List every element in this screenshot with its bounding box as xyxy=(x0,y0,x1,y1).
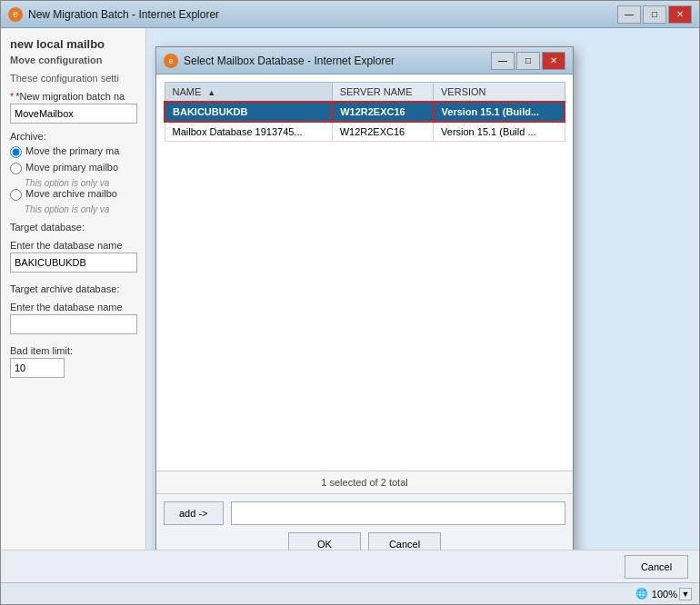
row2-name: Mailbox Database 1913745... xyxy=(165,122,332,142)
modal-title-bar: e Select Mailbox Database - Internet Exp… xyxy=(156,47,573,74)
target-archive-input[interactable] xyxy=(10,314,137,334)
radio-primary-mailbox-label: Move primary mailbo xyxy=(25,162,118,173)
modal-controls: ― □ ✕ xyxy=(491,52,565,70)
target-archive-label: Target archive database: xyxy=(10,283,136,294)
modal-maximize-button[interactable]: □ xyxy=(516,52,540,70)
main-title-bar: e New Migration Batch - Internet Explore… xyxy=(1,1,699,28)
config-text: These configuration setti xyxy=(10,73,136,84)
main-cancel-button[interactable]: Cancel xyxy=(625,555,688,579)
modal-body: NAME ▲ SERVER NAME VERSION xyxy=(156,74,573,493)
status-bar: 1 selected of 2 total xyxy=(156,471,573,493)
target-db-hint: Enter the database name xyxy=(10,240,136,251)
table-row[interactable]: Mailbox Database 1913745... W12R2EXC16 V… xyxy=(165,122,565,142)
globe-icon: 🌐 xyxy=(635,588,648,600)
radio-option-2: Move primary mailbo xyxy=(10,162,136,174)
add-button[interactable]: add -> xyxy=(164,501,224,525)
modal-footer: add -> OK Cancel xyxy=(156,493,573,550)
radio-primary[interactable] xyxy=(10,146,22,158)
table-container: NAME ▲ SERVER NAME VERSION xyxy=(164,82,565,463)
right-panel: bakicubuk e Select Mailbox Database - In… xyxy=(146,28,699,550)
modal-close-button[interactable]: ✕ xyxy=(542,52,565,70)
col-server-label: SERVER NAME xyxy=(340,86,413,97)
row1-version: Version 15.1 (Build... xyxy=(434,102,565,122)
archive-label: Archive: xyxy=(10,131,136,142)
modal-ie-icon: e xyxy=(164,54,178,68)
target-archive-hint: Enter the database name xyxy=(10,302,136,312)
table-row[interactable]: BAKICUBUKDB W12R2EXC16 Version 15.1 (Bui… xyxy=(165,102,565,122)
col-name-label: NAME xyxy=(173,86,202,97)
row2-server: W12R2EXC16 xyxy=(332,122,433,142)
main-content: new local mailbo Move configuration Thes… xyxy=(1,28,699,550)
modal-title: Select Mailbox Database - Internet Explo… xyxy=(184,55,395,67)
sort-arrow-icon: ▲ xyxy=(207,88,215,97)
target-db-label: Target database: xyxy=(10,222,136,233)
browser-status-bar: 🌐 100% ▼ xyxy=(1,582,699,604)
ie-icon: e xyxy=(8,7,23,22)
ok-button[interactable]: OK xyxy=(288,532,361,550)
title-bar-left: e New Migration Batch - Internet Explore… xyxy=(8,7,219,22)
modal-title-left: e Select Mailbox Database - Internet Exp… xyxy=(164,54,395,68)
main-window: e New Migration Batch - Internet Explore… xyxy=(0,0,700,605)
radio-archive-label: Move archive mailbo xyxy=(25,188,117,199)
title-bar-controls: ― □ ✕ xyxy=(617,5,692,24)
radio-option-3: Move archive mailbo xyxy=(10,188,136,201)
radio-primary-mailbox[interactable] xyxy=(10,163,22,174)
left-panel: new local mailbo Move configuration Thes… xyxy=(1,28,146,550)
zoom-dropdown-button[interactable]: ▼ xyxy=(679,588,692,600)
col-version[interactable]: VERSION xyxy=(434,83,565,103)
batch-name-label: *New migration batch na xyxy=(10,91,136,102)
panel-heading: new local mailbo xyxy=(10,37,136,51)
status-text: 1 selected of 2 total xyxy=(321,477,407,488)
maximize-button[interactable]: □ xyxy=(643,5,666,24)
radio-option-1: Move the primary ma xyxy=(10,145,136,158)
minimize-button[interactable]: ― xyxy=(617,5,641,24)
close-button[interactable]: ✕ xyxy=(668,5,692,24)
target-db-input[interactable] xyxy=(10,253,137,273)
table-header-row: NAME ▲ SERVER NAME VERSION xyxy=(165,83,565,103)
radio-option-2-note: This option is only va xyxy=(25,178,136,188)
archive-section: Archive: Move the primary ma Move primar… xyxy=(10,131,136,214)
add-input[interactable] xyxy=(231,501,566,525)
radio-archive-mailbox[interactable] xyxy=(10,189,22,201)
radio-option-3-note: This option is only va xyxy=(25,204,136,214)
col-name[interactable]: NAME ▲ xyxy=(165,83,332,103)
bad-item-input[interactable] xyxy=(10,358,65,378)
zoom-control: 100% ▼ xyxy=(652,588,692,600)
radio-primary-label: Move the primary ma xyxy=(25,145,119,156)
row1-name: BAKICUBUKDB xyxy=(165,102,332,122)
bad-item-label: Bad item limit: xyxy=(10,345,136,356)
zoom-label: 100% xyxy=(652,589,677,600)
col-version-label: VERSION xyxy=(441,86,486,97)
ok-cancel-section: OK Cancel xyxy=(164,532,565,550)
row2-version: Version 15.1 (Build ... xyxy=(434,122,565,142)
add-section: add -> xyxy=(164,501,565,525)
row1-server: W12R2EXC16 xyxy=(332,102,433,122)
modal-minimize-button[interactable]: ― xyxy=(491,52,515,70)
modal-cancel-button[interactable]: Cancel xyxy=(368,532,441,550)
main-footer: Cancel xyxy=(1,550,699,582)
panel-subheading: Move configuration xyxy=(10,55,136,65)
batch-name-input[interactable] xyxy=(10,104,137,124)
main-window-title: New Migration Batch - Internet Explorer xyxy=(28,8,219,21)
modal-dialog: e Select Mailbox Database - Internet Exp… xyxy=(155,46,574,550)
col-server-name[interactable]: SERVER NAME xyxy=(332,83,433,103)
database-table: NAME ▲ SERVER NAME VERSION xyxy=(164,82,565,142)
